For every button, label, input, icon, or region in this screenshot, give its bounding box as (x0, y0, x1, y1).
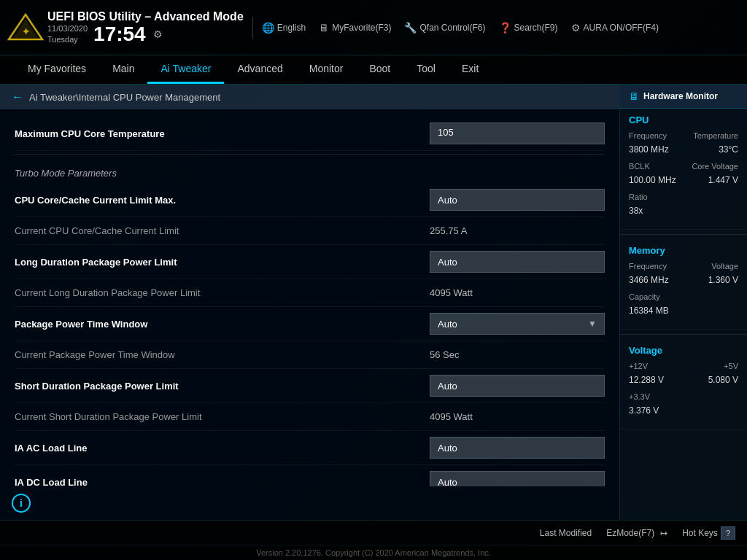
settings-content: Maximum CPU Core Temperature 105 Turbo M… (0, 109, 619, 486)
hardware-monitor-sidebar: 🖥 Hardware Monitor CPU Frequency Tempera… (619, 85, 747, 520)
search-icon: ❓ (499, 22, 511, 34)
bottom-right: Last Modified EzMode(F7) ↦ Hot Keys ? (540, 526, 735, 540)
cpu-temp-value: 33°C (719, 144, 738, 155)
current-short-duration-label: Current Short Duration Package Power Lim… (15, 411, 430, 422)
short-duration-power-dropdown[interactable]: Auto (430, 375, 605, 397)
shortcut-search-label: Search(F9) (514, 23, 558, 33)
short-duration-power-label: Short Duration Package Power Limit (15, 381, 430, 392)
v12-row: +12V +5V (629, 362, 738, 370)
cpu-bclk-value: 100.00 MHz (629, 175, 676, 185)
hot-keys-button[interactable]: Hot Keys ? (682, 526, 735, 540)
memory-section: Memory Frequency Voltage 3466 MHz 1.360 … (620, 239, 747, 330)
back-arrow-icon[interactable]: ← (12, 90, 23, 104)
divider (252, 17, 253, 39)
globe-icon: 🌐 (262, 22, 274, 34)
v5-label: +5V (724, 362, 738, 370)
hw-cpu-divider (620, 234, 747, 235)
menu-tool[interactable]: Tool (403, 55, 449, 84)
shortcut-myfavorite[interactable]: 🖥 MyFavorite(F3) (319, 22, 391, 34)
ia-ac-load-value: Auto (430, 437, 605, 459)
package-power-window-dropdown[interactable]: Auto ▼ (430, 313, 605, 335)
sidebar-header: 🖥 Hardware Monitor (620, 85, 747, 109)
last-modified-button[interactable]: Last Modified (540, 528, 592, 538)
date-display: 11/03/2020Tuesday (47, 23, 88, 44)
mem-capacity-value-row: 16384 MB (629, 306, 738, 319)
current-short-duration-value: 4095 Watt (430, 411, 605, 422)
turbo-mode-header: Turbo Mode Parameters (15, 158, 605, 183)
cpu-section-title: CPU (629, 114, 738, 125)
info-icon-area: i (0, 486, 619, 520)
cpu-freq-row: Frequency Temperature (629, 131, 738, 140)
hot-keys-label: Hot Keys (682, 528, 718, 538)
bios-title: UEFI BIOS Utility – Advanced Mode (47, 10, 244, 23)
shortcut-qfan-label: Qfan Control(F6) (419, 23, 485, 33)
mem-voltage-value: 1.360 V (708, 275, 738, 285)
ia-ac-load-dropdown[interactable]: Auto (430, 437, 605, 459)
menu-advanced[interactable]: Advanced (224, 55, 295, 84)
menu-ai-tweaker[interactable]: Ai Tweaker (147, 55, 224, 84)
ia-dc-load-dropdown[interactable]: Auto (430, 471, 605, 486)
shortcut-english[interactable]: 🌐 English (262, 22, 306, 34)
cpu-freq-value-row: 3800 MHz 33°C (629, 144, 738, 158)
menu-exit[interactable]: Exit (449, 55, 492, 84)
short-duration-power-value: Auto (430, 375, 605, 397)
package-power-window-value: Auto ▼ (430, 313, 605, 335)
last-modified-label: Last Modified (540, 528, 592, 538)
top-bar: ✦ UEFI BIOS Utility – Advanced Mode 11/0… (0, 0, 747, 55)
menu-main[interactable]: Main (99, 55, 147, 84)
v33-row: +3.3V (629, 392, 738, 401)
cpu-core-cache-limit-label: CPU Core/Cache Current Limit Max. (15, 195, 430, 206)
mem-freq-value-row: 3466 MHz 1.360 V (629, 275, 738, 288)
shortcut-qfan[interactable]: 🔧 Qfan Control(F6) (404, 22, 485, 34)
v12-value-row: 12.288 V 5.080 V (629, 375, 738, 388)
svg-text:✦: ✦ (22, 26, 30, 37)
v5-value: 5.080 V (708, 375, 738, 385)
title-time-area: UEFI BIOS Utility – Advanced Mode 11/03/… (47, 10, 244, 44)
mem-freq-row: Frequency Voltage (629, 262, 738, 271)
hot-keys-icon: ? (721, 526, 735, 540)
ia-ac-load-label: IA AC Load Line (15, 443, 430, 454)
setting-row-current-long-duration: Current Long Duration Package Power Limi… (15, 279, 605, 307)
v33-label: +3.3V (629, 392, 650, 401)
menu-monitor[interactable]: Monitor (296, 55, 357, 84)
current-long-duration-label: Current Long Duration Package Power Limi… (15, 287, 430, 298)
cpu-bclk-value-row: 100.00 MHz 1.447 V (629, 175, 738, 188)
aura-icon: ⚙ (571, 22, 581, 34)
mem-voltage-label: Voltage (711, 262, 738, 271)
settings-gear-icon[interactable]: ⚙ (153, 28, 163, 40)
menu-my-favorites[interactable]: My Favorites (15, 55, 99, 84)
cpu-bclk-label: BCLK (629, 162, 650, 171)
max-cpu-temp-value: 105 (430, 122, 605, 144)
asus-rog-logo: ✦ (7, 13, 44, 42)
setting-row-ia-dc-load: IA DC Load Line Auto (15, 465, 605, 486)
cpu-bclk-row: BCLK Core Voltage (629, 162, 738, 171)
setting-row-current-short-duration: Current Short Duration Package Power Lim… (15, 403, 605, 431)
cpu-ratio-row: Ratio (629, 192, 738, 201)
time-row: 11/03/2020Tuesday 17:54 ⚙ (47, 23, 244, 44)
setting-row-current-cpu-core-cache: Current CPU Core/Cache Current Limit 255… (15, 217, 605, 245)
shortcut-english-label: English (277, 23, 306, 33)
long-duration-power-dropdown[interactable]: Auto (430, 251, 605, 273)
setting-row-max-cpu-temp: Maximum CPU Core Temperature 105 (15, 117, 605, 151)
shortcut-aura[interactable]: ⚙ AURA ON/OFF(F4) (571, 22, 659, 34)
breadcrumb: ← Ai Tweaker\Internal CPU Power Manageme… (0, 85, 619, 109)
info-button[interactable]: i (12, 494, 31, 513)
ez-mode-button[interactable]: EzMode(F7) ↦ (606, 528, 667, 538)
setting-row-package-power-window: Package Power Time Window Auto ▼ (15, 307, 605, 341)
max-cpu-temp-input[interactable]: 105 (430, 122, 605, 144)
ez-mode-label: EzMode(F7) (606, 528, 654, 538)
v33-value-row: 3.376 V (629, 405, 738, 419)
cpu-freq-label: Frequency (629, 131, 667, 140)
ia-dc-load-value: Auto (430, 471, 605, 486)
shortcut-search[interactable]: ❓ Search(F9) (499, 22, 558, 34)
cpu-core-cache-limit-dropdown[interactable]: Auto (430, 189, 605, 211)
hardware-monitor-title: Hardware Monitor (643, 91, 718, 101)
version-bar: Version 2.20.1276. Copyright (C) 2020 Am… (0, 545, 747, 560)
menu-boot[interactable]: Boot (356, 55, 403, 84)
version-text: Version 2.20.1276. Copyright (C) 2020 Am… (256, 548, 491, 557)
ia-dc-load-label: IA DC Load Line (15, 477, 430, 487)
separator (15, 154, 605, 155)
monitor-display-icon: 🖥 (629, 90, 639, 102)
dropdown-arrow-icon: ▼ (588, 319, 597, 329)
shortcut-aura-label: AURA ON/OFF(F4) (584, 23, 659, 33)
